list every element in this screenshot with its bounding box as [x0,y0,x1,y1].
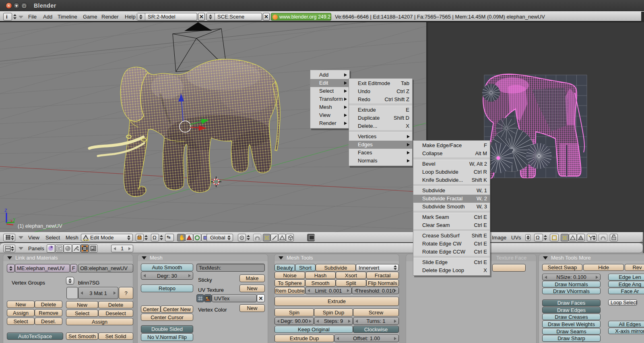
svg-text:Z: Z [4,208,7,213]
svg-text:x: x [10,218,13,223]
svg-text:y: y [13,217,15,221]
svg-text:(1) elephan_newUV: (1) elephan_newUV [18,223,62,229]
